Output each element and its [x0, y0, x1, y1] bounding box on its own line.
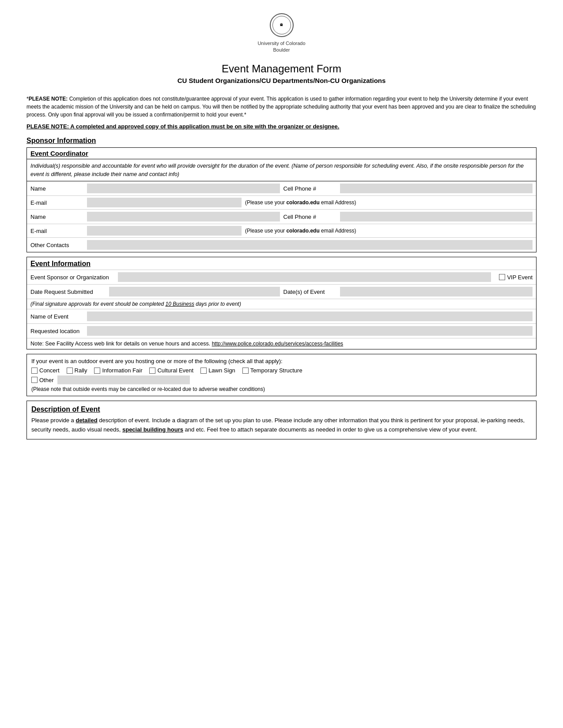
name-cell-row-1: Name Cell Phone #: [27, 181, 536, 196]
rally-checkbox[interactable]: [67, 368, 73, 374]
university-logo: 🏛: [270, 13, 294, 37]
info-fair-label: Information Fair: [102, 367, 142, 374]
sponsor-org-label: Event Sponsor or Organization: [30, 274, 114, 281]
event-info-heading: Event Information: [27, 257, 536, 270]
email-label-1: E-mail: [30, 199, 83, 206]
other-row: Other: [31, 375, 532, 384]
cell-phone-input-2[interactable]: [340, 212, 533, 221]
description-text: Please provide a detailed description of…: [31, 416, 532, 435]
other-contacts-label: Other Contacts: [30, 242, 83, 248]
cultural-label: Cultural Event: [157, 367, 193, 374]
other-input[interactable]: [57, 375, 190, 384]
event-info-section: Event Information Event Sponsor or Organ…: [26, 257, 537, 349]
temp-struct-label: Temporary Structure: [250, 367, 302, 374]
email-label-2: E-mail: [30, 228, 83, 234]
temp-struct-check-item: Temporary Structure: [242, 367, 302, 374]
form-title: Event Management Form: [26, 63, 537, 75]
other-checkbox[interactable]: [31, 377, 38, 383]
sponsor-heading: Sponsor Information: [26, 137, 537, 145]
name-event-input[interactable]: [87, 311, 533, 321]
info-fair-check-item: Information Fair: [94, 367, 142, 374]
location-input[interactable]: [87, 326, 533, 336]
facility-note-row: Note: See Facility Access web link for d…: [27, 338, 536, 349]
sponsor-org-row: Event Sponsor or Organization VIP Event: [27, 270, 536, 285]
lawn-check-item: Lawn Sign: [200, 367, 235, 374]
description-heading: Description of Event: [31, 405, 532, 413]
form-subtitle: CU Student Organizations/CU Departments/…: [26, 77, 537, 84]
other-check-item: Other: [31, 377, 54, 383]
logo-area: 🏛 University of Colorado Boulder: [26, 13, 537, 54]
lawn-label: Lawn Sign: [208, 367, 235, 374]
email-input-2[interactable]: [87, 226, 242, 236]
cell-phone-label-2: Cell Phone #: [283, 214, 336, 220]
cultural-checkbox[interactable]: [149, 368, 155, 374]
coordinator-heading: Event Coordinator: [27, 148, 536, 159]
temp-struct-checkbox[interactable]: [242, 368, 249, 374]
dates-row: Date Request Submitted Date(s) of Event: [27, 285, 536, 299]
info-fair-checkbox[interactable]: [94, 368, 100, 374]
concert-check-item: Concert: [31, 367, 60, 374]
facility-link[interactable]: http://www.police.colorado.edu/services/…: [212, 341, 343, 347]
notice-text: *PLEASE NOTE: Completion of this applica…: [26, 95, 537, 119]
university-name: University of Colorado Boulder: [26, 40, 537, 54]
description-section: Description of Event Please provide a de…: [26, 401, 537, 439]
other-label: Other: [39, 377, 54, 383]
name-event-label: Name of Event: [30, 313, 83, 320]
signature-note: (Final signature approvals for event sho…: [27, 299, 536, 309]
notice-content: *PLEASE NOTE: Completion of this applica…: [26, 96, 536, 118]
name-event-row: Name of Event: [27, 309, 536, 324]
outdoor-question: If your event is an outdoor event are yo…: [31, 358, 532, 364]
cell-phone-input-1[interactable]: [340, 184, 533, 193]
concert-checkbox[interactable]: [31, 368, 38, 374]
email-note-2: (Please use your colorado.edu email Addr…: [245, 228, 356, 234]
rally-check-item: Rally: [67, 367, 87, 374]
vip-label: VIP Event: [507, 274, 533, 281]
lawn-checkbox[interactable]: [200, 368, 207, 374]
outdoor-checkboxes: Concert Rally Information Fair Cultural …: [31, 367, 532, 374]
location-row: Requested location: [27, 324, 536, 338]
other-contacts-input[interactable]: [87, 240, 533, 250]
name-input-2[interactable]: [87, 212, 280, 221]
cultural-check-item: Cultural Event: [149, 367, 193, 374]
coordinator-desc: Individual(s) responsible and accountabl…: [27, 159, 536, 182]
date-event-label: Date(s) of Event: [283, 289, 336, 295]
name-label-2: Name: [30, 214, 83, 220]
outdoor-section: If your event is an outdoor event are yo…: [26, 354, 537, 396]
email-input-1[interactable]: [87, 198, 242, 207]
name-cell-row-2: Name Cell Phone #: [27, 210, 536, 224]
sponsor-org-input[interactable]: [118, 272, 491, 282]
weather-note: (Please note that outside events may be …: [31, 386, 532, 392]
cell-phone-label-1: Cell Phone #: [283, 185, 336, 192]
date-submitted-input[interactable]: [109, 287, 280, 296]
sponsor-section: Event Coordinator Individual(s) responsi…: [26, 147, 537, 253]
email-row-1: E-mail (Please use your colorado.edu ema…: [27, 196, 536, 210]
bold-notice: PLEASE NOTE: A completed and approved co…: [26, 123, 537, 130]
concert-label: Concert: [39, 367, 60, 374]
vip-checkbox[interactable]: [499, 274, 505, 280]
location-label: Requested location: [30, 328, 83, 334]
name-label-1: Name: [30, 185, 83, 192]
email-note-1: (Please use your colorado.edu email Addr…: [245, 199, 356, 206]
page-header: 🏛 University of Colorado Boulder Event M…: [26, 13, 537, 84]
email-row-2: E-mail (Please use your colorado.edu ema…: [27, 224, 536, 238]
date-submitted-label: Date Request Submitted: [30, 289, 106, 295]
name-input-1[interactable]: [87, 184, 280, 193]
other-contacts-row: Other Contacts: [27, 238, 536, 252]
rally-label: Rally: [75, 367, 87, 374]
vip-checkbox-area: VIP Event: [499, 274, 533, 281]
facility-note: Note: See Facility Access web link for d…: [30, 341, 212, 347]
date-event-input[interactable]: [340, 287, 533, 296]
